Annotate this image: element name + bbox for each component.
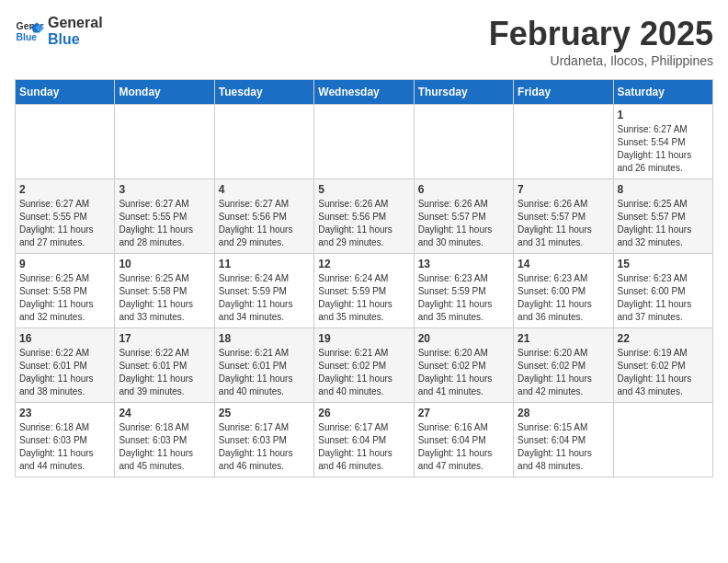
day-info: Sunrise: 6:22 AM Sunset: 6:01 PM Dayligh… [19,347,110,398]
day-number: 13 [418,258,509,270]
calendar-cell: 22Sunrise: 6:19 AM Sunset: 6:02 PM Dayli… [613,328,712,403]
day-info: Sunrise: 6:25 AM Sunset: 5:57 PM Dayligh… [618,198,709,249]
calendar-cell: 6Sunrise: 6:26 AM Sunset: 5:57 PM Daylig… [414,179,513,254]
day-info: Sunrise: 6:27 AM Sunset: 5:55 PM Dayligh… [119,198,210,249]
day-header-friday: Friday [514,80,613,105]
day-number: 27 [418,407,509,419]
header: General Blue General Blue February 2025 … [15,15,713,68]
day-info: Sunrise: 6:21 AM Sunset: 6:01 PM Dayligh… [219,347,310,398]
calendar-cell [314,105,414,179]
month-title: February 2025 [489,15,713,53]
calendar-cell [115,105,214,179]
day-info: Sunrise: 6:16 AM Sunset: 6:04 PM Dayligh… [418,421,509,473]
calendar-cell: 15Sunrise: 6:23 AM Sunset: 6:00 PM Dayli… [613,254,712,328]
day-number: 5 [318,183,409,196]
calendar-cell: 1Sunrise: 6:27 AM Sunset: 5:54 PM Daylig… [613,105,712,179]
day-number: 2 [19,183,110,196]
week-row-1: 1Sunrise: 6:27 AM Sunset: 5:54 PM Daylig… [16,105,713,179]
day-header-saturday: Saturday [613,80,712,105]
day-number: 26 [318,407,409,419]
calendar-cell [613,403,712,477]
day-number: 14 [518,258,609,270]
day-info: Sunrise: 6:22 AM Sunset: 6:01 PM Dayligh… [119,347,210,398]
day-number: 6 [418,183,509,196]
day-info: Sunrise: 6:27 AM Sunset: 5:54 PM Dayligh… [618,123,709,175]
calendar-cell: 18Sunrise: 6:21 AM Sunset: 6:01 PM Dayli… [214,328,313,403]
calendar-cell: 20Sunrise: 6:20 AM Sunset: 6:02 PM Dayli… [414,328,513,403]
calendar-cell: 3Sunrise: 6:27 AM Sunset: 5:55 PM Daylig… [115,179,214,254]
calendar-cell: 14Sunrise: 6:23 AM Sunset: 6:00 PM Dayli… [514,254,613,328]
day-number: 28 [518,407,609,419]
logo-icon: General Blue [15,17,44,46]
day-number: 23 [19,407,110,419]
title-block: February 2025 Urdaneta, Ilocos, Philippi… [489,15,713,68]
calendar-cell: 9Sunrise: 6:25 AM Sunset: 5:58 PM Daylig… [16,254,115,328]
week-row-3: 9Sunrise: 6:25 AM Sunset: 5:58 PM Daylig… [16,254,713,328]
day-header-wednesday: Wednesday [314,80,414,105]
day-info: Sunrise: 6:27 AM Sunset: 5:56 PM Dayligh… [219,198,310,249]
day-number: 4 [219,183,310,196]
day-number: 16 [19,332,110,345]
day-info: Sunrise: 6:24 AM Sunset: 5:59 PM Dayligh… [219,272,310,324]
calendar-cell: 4Sunrise: 6:27 AM Sunset: 5:56 PM Daylig… [214,179,313,254]
day-info: Sunrise: 6:25 AM Sunset: 5:58 PM Dayligh… [119,272,210,324]
calendar-cell: 24Sunrise: 6:18 AM Sunset: 6:03 PM Dayli… [115,403,214,477]
day-info: Sunrise: 6:27 AM Sunset: 5:55 PM Dayligh… [19,198,110,249]
svg-text:Blue: Blue [17,31,38,41]
calendar-cell: 10Sunrise: 6:25 AM Sunset: 5:58 PM Dayli… [115,254,214,328]
day-number: 18 [219,332,310,345]
week-row-4: 16Sunrise: 6:22 AM Sunset: 6:01 PM Dayli… [16,328,713,403]
day-headers-row: SundayMondayTuesdayWednesdayThursdayFrid… [16,80,713,105]
calendar-cell [16,105,115,179]
calendar-cell: 11Sunrise: 6:24 AM Sunset: 5:59 PM Dayli… [214,254,313,328]
day-number: 10 [119,258,210,270]
day-number: 20 [418,332,509,345]
day-header-thursday: Thursday [414,80,513,105]
week-row-2: 2Sunrise: 6:27 AM Sunset: 5:55 PM Daylig… [16,179,713,254]
calendar-cell: 17Sunrise: 6:22 AM Sunset: 6:01 PM Dayli… [115,328,214,403]
calendar-cell: 25Sunrise: 6:17 AM Sunset: 6:03 PM Dayli… [214,403,313,477]
logo: General Blue General Blue [15,15,103,47]
calendar-cell: 12Sunrise: 6:24 AM Sunset: 5:59 PM Dayli… [314,254,414,328]
day-info: Sunrise: 6:20 AM Sunset: 6:02 PM Dayligh… [518,347,609,398]
calendar-cell: 26Sunrise: 6:17 AM Sunset: 6:04 PM Dayli… [314,403,414,477]
day-header-monday: Monday [115,80,214,105]
day-number: 3 [119,183,210,196]
calendar-cell: 2Sunrise: 6:27 AM Sunset: 5:55 PM Daylig… [16,179,115,254]
day-info: Sunrise: 6:24 AM Sunset: 5:59 PM Dayligh… [318,272,409,324]
day-number: 7 [518,183,609,196]
calendar-cell: 23Sunrise: 6:18 AM Sunset: 6:03 PM Dayli… [16,403,115,477]
calendar-cell [514,105,613,179]
day-info: Sunrise: 6:17 AM Sunset: 6:04 PM Dayligh… [318,421,409,473]
calendar-cell: 28Sunrise: 6:15 AM Sunset: 6:04 PM Dayli… [514,403,613,477]
day-number: 8 [618,183,709,196]
day-info: Sunrise: 6:18 AM Sunset: 6:03 PM Dayligh… [119,421,210,473]
day-header-sunday: Sunday [16,80,115,105]
day-number: 12 [318,258,409,270]
day-info: Sunrise: 6:26 AM Sunset: 5:57 PM Dayligh… [418,198,509,249]
calendar-cell: 7Sunrise: 6:26 AM Sunset: 5:57 PM Daylig… [514,179,613,254]
day-number: 9 [19,258,110,270]
calendar-cell [214,105,313,179]
day-info: Sunrise: 6:17 AM Sunset: 6:03 PM Dayligh… [219,421,310,473]
logo-text-line1: General [48,15,103,31]
day-info: Sunrise: 6:15 AM Sunset: 6:04 PM Dayligh… [518,421,609,473]
day-info: Sunrise: 6:23 AM Sunset: 6:00 PM Dayligh… [518,272,609,324]
day-info: Sunrise: 6:18 AM Sunset: 6:03 PM Dayligh… [19,421,110,473]
day-info: Sunrise: 6:20 AM Sunset: 6:02 PM Dayligh… [418,347,509,398]
day-info: Sunrise: 6:23 AM Sunset: 5:59 PM Dayligh… [418,272,509,324]
day-info: Sunrise: 6:26 AM Sunset: 5:57 PM Dayligh… [518,198,609,249]
calendar-cell: 5Sunrise: 6:26 AM Sunset: 5:56 PM Daylig… [314,179,414,254]
day-info: Sunrise: 6:19 AM Sunset: 6:02 PM Dayligh… [618,347,709,398]
day-number: 17 [119,332,210,345]
day-number: 22 [618,332,709,345]
location-subtitle: Urdaneta, Ilocos, Philippines [489,53,713,68]
day-number: 19 [318,332,409,345]
day-header-tuesday: Tuesday [214,80,313,105]
calendar-cell: 16Sunrise: 6:22 AM Sunset: 6:01 PM Dayli… [16,328,115,403]
day-number: 15 [618,258,709,270]
day-number: 11 [219,258,310,270]
day-number: 25 [219,407,310,419]
calendar-cell: 27Sunrise: 6:16 AM Sunset: 6:04 PM Dayli… [414,403,513,477]
calendar-cell: 21Sunrise: 6:20 AM Sunset: 6:02 PM Dayli… [514,328,613,403]
